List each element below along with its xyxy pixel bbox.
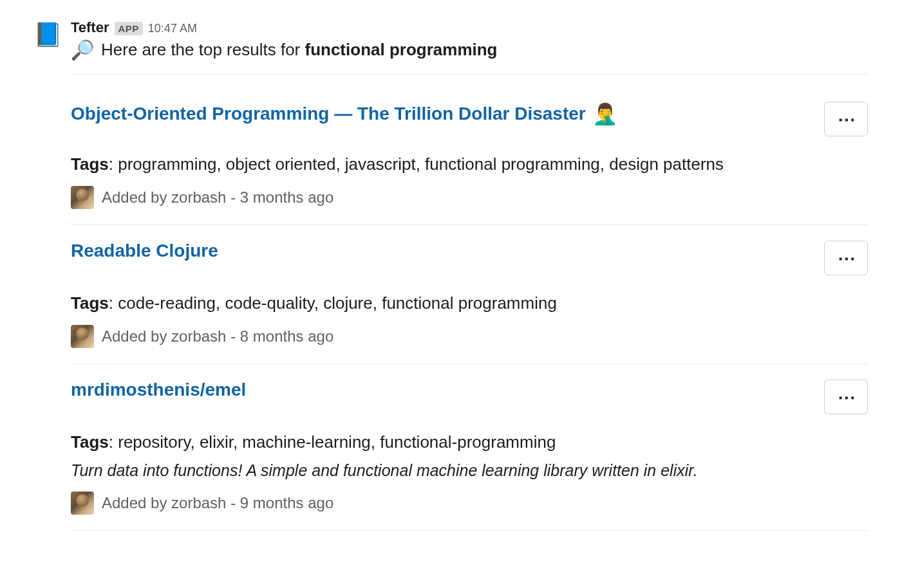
- added-by-text: Added by zorbash - 8 months ago: [102, 327, 333, 345]
- user-avatar[interactable]: [71, 325, 94, 348]
- tags-line: Tags: programming, object oriented, java…: [71, 154, 868, 174]
- tags-values: programming, object oriented, javascript…: [118, 154, 724, 174]
- result-link[interactable]: Readable Clojure: [71, 241, 218, 261]
- added-by-text: Added by zorbash - 3 months ago: [102, 188, 333, 207]
- intro-line: 🔍 Here are the top results for functiona…: [71, 39, 868, 75]
- tags-colon: :: [109, 432, 118, 452]
- result-title-row: Object-Oriented Programming — The Trilli…: [71, 102, 868, 136]
- message-header: Tefter APP 10:47 AM: [71, 19, 868, 36]
- result-title-row: Readable Clojure ⋯: [71, 241, 868, 275]
- added-by-line: Added by zorbash - 9 months ago: [71, 492, 868, 515]
- tags-colon: :: [109, 293, 118, 313]
- tags-line: Tags: repository, elixir, machine-learni…: [71, 432, 868, 452]
- search-icon: 🔍: [71, 39, 95, 61]
- intro-prefix: Here are the top results for: [101, 40, 305, 59]
- timestamp: 10:47 AM: [148, 22, 197, 35]
- result-item: Readable Clojure ⋯ Tags: code-reading, c…: [71, 225, 868, 364]
- more-button[interactable]: ⋯: [824, 241, 868, 275]
- tags-values: code-reading, code-quality, clojure, fun…: [118, 293, 557, 313]
- intro-text: Here are the top results for functional …: [101, 40, 497, 60]
- result-title: Readable Clojure: [71, 241, 218, 261]
- tags-line: Tags: code-reading, code-quality, clojur…: [71, 293, 868, 313]
- more-button[interactable]: ⋯: [824, 380, 868, 414]
- tags-label: Tags: [71, 154, 109, 174]
- tags-colon: :: [109, 154, 118, 174]
- result-link[interactable]: mrdimosthenis/emel: [71, 380, 246, 400]
- tags-values: repository, elixir, machine-learning, fu…: [118, 432, 556, 452]
- app-badge: APP: [115, 22, 143, 35]
- result-title-row: mrdimosthenis/emel ⋯: [71, 380, 868, 414]
- tags-label: Tags: [71, 293, 109, 313]
- added-by-text: Added by zorbash - 9 months ago: [102, 494, 333, 512]
- message-container: 📘 Tefter APP 10:47 AM 🔍 Here are the top…: [32, 19, 868, 531]
- added-by-line: Added by zorbash - 3 months ago: [71, 186, 868, 209]
- result-item: Object-Oriented Programming — The Trilli…: [71, 86, 868, 225]
- result-title: mrdimosthenis/emel: [71, 380, 246, 400]
- intro-query: functional programming: [305, 40, 497, 59]
- more-button[interactable]: ⋯: [824, 102, 868, 136]
- result-link[interactable]: Object-Oriented Programming — The Trilli…: [71, 104, 586, 124]
- user-avatar[interactable]: [71, 186, 94, 209]
- added-by-line: Added by zorbash - 8 months ago: [71, 325, 868, 348]
- content-column: Tefter APP 10:47 AM 🔍 Here are the top r…: [71, 19, 868, 531]
- facepalm-icon: 🤦‍♂️: [592, 102, 618, 126]
- result-title: Object-Oriented Programming — The Trilli…: [71, 102, 618, 126]
- tags-label: Tags: [71, 432, 109, 452]
- avatar-column: 📘: [32, 19, 63, 531]
- user-avatar[interactable]: [71, 492, 94, 515]
- result-item: mrdimosthenis/emel ⋯ Tags: repository, e…: [71, 364, 868, 531]
- sender-name[interactable]: Tefter: [71, 19, 109, 36]
- result-description: Turn data into functions! A simple and f…: [71, 461, 868, 480]
- app-avatar[interactable]: 📘: [32, 19, 63, 50]
